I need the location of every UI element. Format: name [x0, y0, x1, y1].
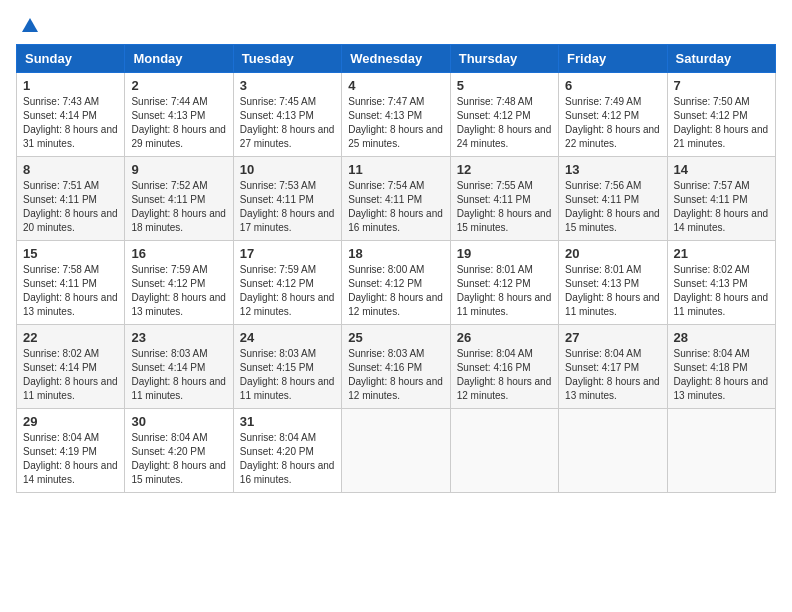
calendar-cell: 19 Sunrise: 8:01 AM Sunset: 4:12 PM Dayl…: [450, 241, 558, 325]
calendar-cell: 15 Sunrise: 7:58 AM Sunset: 4:11 PM Dayl…: [17, 241, 125, 325]
daylight-label: Daylight: 8 hours and 11 minutes.: [240, 376, 335, 401]
sunset-label: Sunset: 4:13 PM: [565, 278, 639, 289]
day-number: 13: [565, 162, 660, 177]
daylight-label: Daylight: 8 hours and 15 minutes.: [131, 460, 226, 485]
sunrise-label: Sunrise: 8:01 AM: [565, 264, 641, 275]
calendar-cell: 7 Sunrise: 7:50 AM Sunset: 4:12 PM Dayli…: [667, 73, 775, 157]
daylight-label: Daylight: 8 hours and 21 minutes.: [674, 124, 769, 149]
daylight-label: Daylight: 8 hours and 12 minutes.: [348, 376, 443, 401]
sunrise-label: Sunrise: 8:04 AM: [457, 348, 533, 359]
cell-content: Sunrise: 8:04 AM Sunset: 4:20 PM Dayligh…: [240, 431, 335, 487]
calendar-week-row: 29 Sunrise: 8:04 AM Sunset: 4:19 PM Dayl…: [17, 409, 776, 493]
sunrise-label: Sunrise: 8:04 AM: [674, 348, 750, 359]
day-header-saturday: Saturday: [667, 45, 775, 73]
sunrise-label: Sunrise: 8:02 AM: [674, 264, 750, 275]
calendar-week-row: 1 Sunrise: 7:43 AM Sunset: 4:14 PM Dayli…: [17, 73, 776, 157]
daylight-label: Daylight: 8 hours and 13 minutes.: [131, 292, 226, 317]
daylight-label: Daylight: 8 hours and 16 minutes.: [348, 208, 443, 233]
daylight-label: Daylight: 8 hours and 11 minutes.: [565, 292, 660, 317]
day-number: 19: [457, 246, 552, 261]
cell-content: Sunrise: 8:04 AM Sunset: 4:16 PM Dayligh…: [457, 347, 552, 403]
sunset-label: Sunset: 4:13 PM: [131, 110, 205, 121]
daylight-label: Daylight: 8 hours and 15 minutes.: [565, 208, 660, 233]
calendar-cell: [667, 409, 775, 493]
sunset-label: Sunset: 4:13 PM: [240, 110, 314, 121]
cell-content: Sunrise: 7:58 AM Sunset: 4:11 PM Dayligh…: [23, 263, 118, 319]
day-number: 14: [674, 162, 769, 177]
day-number: 20: [565, 246, 660, 261]
sunset-label: Sunset: 4:13 PM: [348, 110, 422, 121]
calendar-cell: 5 Sunrise: 7:48 AM Sunset: 4:12 PM Dayli…: [450, 73, 558, 157]
sunset-label: Sunset: 4:16 PM: [348, 362, 422, 373]
day-header-monday: Monday: [125, 45, 233, 73]
calendar-cell: 4 Sunrise: 7:47 AM Sunset: 4:13 PM Dayli…: [342, 73, 450, 157]
sunset-label: Sunset: 4:11 PM: [565, 194, 639, 205]
day-number: 15: [23, 246, 118, 261]
calendar-cell: 20 Sunrise: 8:01 AM Sunset: 4:13 PM Dayl…: [559, 241, 667, 325]
day-number: 4: [348, 78, 443, 93]
sunrise-label: Sunrise: 7:50 AM: [674, 96, 750, 107]
sunrise-label: Sunrise: 8:03 AM: [348, 348, 424, 359]
cell-content: Sunrise: 8:04 AM Sunset: 4:20 PM Dayligh…: [131, 431, 226, 487]
cell-content: Sunrise: 7:54 AM Sunset: 4:11 PM Dayligh…: [348, 179, 443, 235]
cell-content: Sunrise: 7:57 AM Sunset: 4:11 PM Dayligh…: [674, 179, 769, 235]
calendar-cell: [559, 409, 667, 493]
sunset-label: Sunset: 4:12 PM: [565, 110, 639, 121]
sunset-label: Sunset: 4:19 PM: [23, 446, 97, 457]
day-number: 25: [348, 330, 443, 345]
daylight-label: Daylight: 8 hours and 31 minutes.: [23, 124, 118, 149]
sunrise-label: Sunrise: 7:59 AM: [240, 264, 316, 275]
sunset-label: Sunset: 4:14 PM: [131, 362, 205, 373]
calendar-cell: 22 Sunrise: 8:02 AM Sunset: 4:14 PM Dayl…: [17, 325, 125, 409]
day-number: 31: [240, 414, 335, 429]
sunset-label: Sunset: 4:18 PM: [674, 362, 748, 373]
cell-content: Sunrise: 7:45 AM Sunset: 4:13 PM Dayligh…: [240, 95, 335, 151]
day-number: 17: [240, 246, 335, 261]
sunrise-label: Sunrise: 8:03 AM: [131, 348, 207, 359]
svg-marker-0: [22, 18, 38, 32]
sunset-label: Sunset: 4:15 PM: [240, 362, 314, 373]
day-header-friday: Friday: [559, 45, 667, 73]
day-number: 23: [131, 330, 226, 345]
sunrise-label: Sunrise: 7:44 AM: [131, 96, 207, 107]
day-number: 21: [674, 246, 769, 261]
cell-content: Sunrise: 7:49 AM Sunset: 4:12 PM Dayligh…: [565, 95, 660, 151]
daylight-label: Daylight: 8 hours and 14 minutes.: [674, 208, 769, 233]
calendar-week-row: 8 Sunrise: 7:51 AM Sunset: 4:11 PM Dayli…: [17, 157, 776, 241]
day-number: 8: [23, 162, 118, 177]
daylight-label: Daylight: 8 hours and 12 minutes.: [457, 376, 552, 401]
calendar-cell: [342, 409, 450, 493]
sunset-label: Sunset: 4:11 PM: [131, 194, 205, 205]
sunset-label: Sunset: 4:11 PM: [240, 194, 314, 205]
calendar-cell: 18 Sunrise: 8:00 AM Sunset: 4:12 PM Dayl…: [342, 241, 450, 325]
calendar-cell: 12 Sunrise: 7:55 AM Sunset: 4:11 PM Dayl…: [450, 157, 558, 241]
sunrise-label: Sunrise: 7:56 AM: [565, 180, 641, 191]
sunrise-label: Sunrise: 7:49 AM: [565, 96, 641, 107]
daylight-label: Daylight: 8 hours and 14 minutes.: [23, 460, 118, 485]
sunrise-label: Sunrise: 7:43 AM: [23, 96, 99, 107]
daylight-label: Daylight: 8 hours and 11 minutes.: [674, 292, 769, 317]
cell-content: Sunrise: 8:01 AM Sunset: 4:12 PM Dayligh…: [457, 263, 552, 319]
day-number: 2: [131, 78, 226, 93]
calendar-cell: 14 Sunrise: 7:57 AM Sunset: 4:11 PM Dayl…: [667, 157, 775, 241]
cell-content: Sunrise: 7:53 AM Sunset: 4:11 PM Dayligh…: [240, 179, 335, 235]
sunrise-label: Sunrise: 8:03 AM: [240, 348, 316, 359]
calendar-cell: 25 Sunrise: 8:03 AM Sunset: 4:16 PM Dayl…: [342, 325, 450, 409]
day-number: 18: [348, 246, 443, 261]
calendar-cell: 31 Sunrise: 8:04 AM Sunset: 4:20 PM Dayl…: [233, 409, 341, 493]
day-number: 12: [457, 162, 552, 177]
sunrise-label: Sunrise: 8:04 AM: [23, 432, 99, 443]
daylight-label: Daylight: 8 hours and 17 minutes.: [240, 208, 335, 233]
daylight-label: Daylight: 8 hours and 27 minutes.: [240, 124, 335, 149]
daylight-label: Daylight: 8 hours and 13 minutes.: [565, 376, 660, 401]
sunrise-label: Sunrise: 7:52 AM: [131, 180, 207, 191]
cell-content: Sunrise: 8:02 AM Sunset: 4:14 PM Dayligh…: [23, 347, 118, 403]
calendar-cell: 1 Sunrise: 7:43 AM Sunset: 4:14 PM Dayli…: [17, 73, 125, 157]
sunrise-label: Sunrise: 7:51 AM: [23, 180, 99, 191]
daylight-label: Daylight: 8 hours and 12 minutes.: [240, 292, 335, 317]
sunrise-label: Sunrise: 7:45 AM: [240, 96, 316, 107]
sunset-label: Sunset: 4:11 PM: [23, 194, 97, 205]
sunrise-label: Sunrise: 8:04 AM: [565, 348, 641, 359]
day-number: 27: [565, 330, 660, 345]
day-number: 11: [348, 162, 443, 177]
